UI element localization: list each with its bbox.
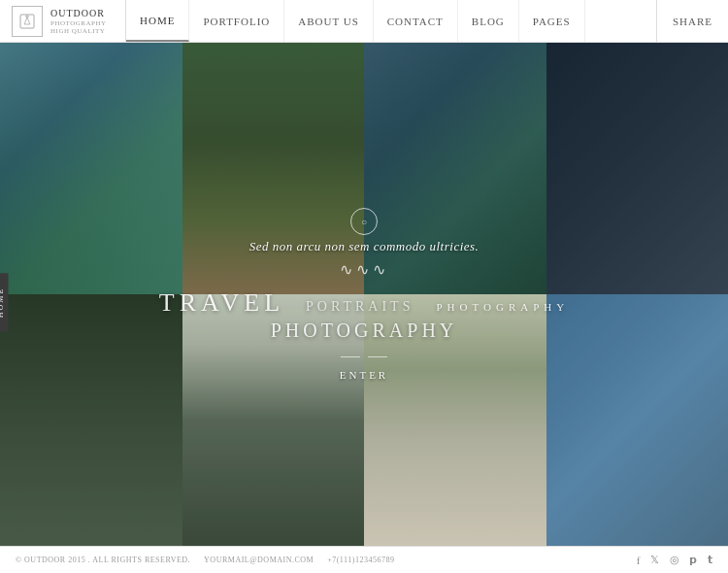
photo-cell-2 <box>182 43 365 294</box>
share-button[interactable]: SHARE <box>656 0 728 42</box>
main-content: ○ Sed non arcu non sem commodo ultricies… <box>0 43 728 546</box>
photo-cell-7 <box>364 294 546 546</box>
nav-about[interactable]: ABOUT US <box>284 0 374 42</box>
logo-area: OUTDOOR PHOTOGRAPHY HIGH QUALITY <box>0 0 126 42</box>
header: OUTDOOR PHOTOGRAPHY HIGH QUALITY HOME PO… <box>0 0 728 43</box>
photo-grid <box>0 43 728 546</box>
nav-blog[interactable]: BLOG <box>458 0 519 42</box>
photo-cell-5 <box>0 294 182 546</box>
footer: © OUTDOOR 2015 . ALL RIGHTS RESERVED. YO… <box>0 546 728 573</box>
photo-cell-8 <box>546 294 729 546</box>
footer-phone: +7(111)123456789 <box>327 556 394 564</box>
twitter-icon[interactable]: 𝕏 <box>650 554 660 566</box>
photo-cell-1 <box>0 43 182 294</box>
brand-name: OUTDOOR <box>50 7 107 19</box>
brand-sub: PHOTOGRAPHY <box>50 19 107 27</box>
nav-portfolio[interactable]: PORTFOLIO <box>189 0 284 42</box>
brand-tagline: HIGH QUALITY <box>50 27 107 35</box>
side-tab: HOME <box>0 274 9 332</box>
pinterest-icon[interactable]: 𝗽 <box>689 554 698 566</box>
nav-home[interactable]: HOME <box>126 0 189 42</box>
tumblr-icon[interactable]: 𝘁 <box>708 554 713 566</box>
footer-copyright: © OUTDOOR 2015 . ALL RIGHTS RESERVED. <box>16 556 190 564</box>
logo-icon <box>12 6 43 37</box>
nav-pages[interactable]: PAGES <box>519 0 585 42</box>
enter-button[interactable]: ENTER <box>340 369 388 381</box>
photo-cell-6 <box>182 294 365 546</box>
instagram-icon[interactable]: ◎ <box>670 554 680 566</box>
footer-left: © OUTDOOR 2015 . ALL RIGHTS RESERVED. YO… <box>16 556 637 564</box>
footer-social: f 𝕏 ◎ 𝗽 𝘁 <box>637 554 712 566</box>
nav-contact[interactable]: CONTACT <box>374 0 458 42</box>
svg-marker-1 <box>24 17 30 24</box>
photo-cell-4 <box>546 43 729 294</box>
photo-cell-3 <box>364 43 546 294</box>
footer-email: YOURMAIL@DOMAIN.COM <box>204 556 314 564</box>
facebook-icon[interactable]: f <box>637 555 641 566</box>
main-nav: HOME PORTFOLIO ABOUT US CONTACT BLOG PAG… <box>126 0 656 42</box>
